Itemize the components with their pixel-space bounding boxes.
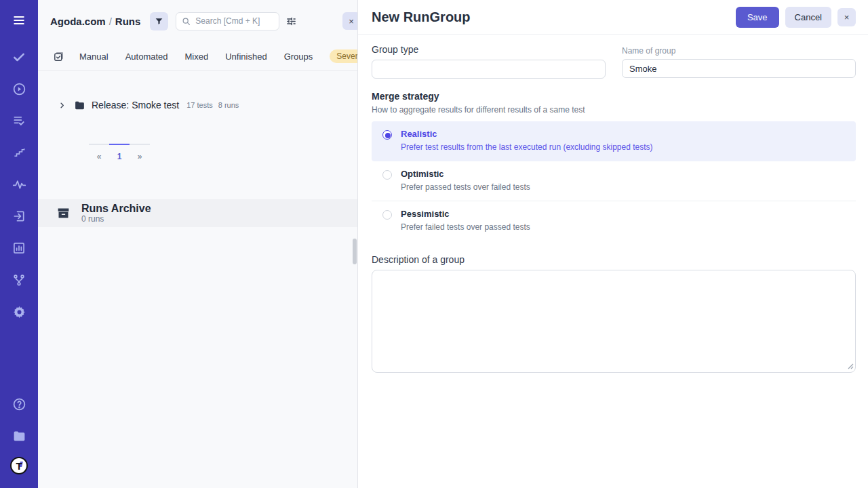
filter-tabs: Manual Automated Mixed Unfinished Groups… [38, 42, 357, 71]
description-textarea[interactable] [372, 270, 856, 373]
option-pessimistic[interactable]: Pessimistic Prefer failed tests over pas… [372, 201, 856, 241]
runs-archive-row[interactable]: Runs Archive 0 runs [38, 199, 357, 227]
gear-icon[interactable] [8, 301, 30, 323]
pagination-page-1[interactable]: 1 [109, 144, 130, 161]
runs-panel: Agoda.com/Runs × Manual [38, 0, 357, 488]
option-realistic-desc: Prefer test results from the last execut… [401, 142, 653, 152]
tab-automated[interactable]: Automated [125, 52, 168, 62]
adjustments-icon[interactable] [285, 16, 297, 27]
tab-unfinished[interactable]: Unfinished [225, 52, 267, 62]
description-label: Description of a group [372, 254, 856, 265]
option-realistic[interactable]: Realistic Prefer test results from the l… [372, 121, 856, 161]
option-optimistic-title: Optimistic [401, 169, 530, 179]
tests-check-icon[interactable] [8, 46, 30, 68]
branch-icon[interactable] [8, 269, 30, 291]
breadcrumb-project[interactable]: Agoda.com [50, 16, 106, 27]
runs-panel-header: Agoda.com/Runs × [38, 0, 357, 42]
logo-letter: T [16, 461, 22, 471]
option-realistic-title: Realistic [401, 129, 653, 139]
import-icon[interactable] [8, 205, 30, 227]
name-of-group-label: Name of group [622, 46, 856, 56]
tab-groups[interactable]: Groups [284, 52, 313, 62]
archive-title: Runs Archive [81, 203, 151, 215]
radio-unchecked-icon[interactable] [382, 210, 392, 220]
plans-list-check-icon[interactable] [8, 110, 30, 131]
merge-strategy-label: Merge strategy [372, 91, 856, 102]
pagination: « 1 » [89, 144, 150, 161]
pagination-next[interactable]: » [130, 144, 150, 161]
panel-close-button[interactable]: × [342, 12, 357, 30]
search-input[interactable] [176, 12, 279, 30]
close-button[interactable]: × [837, 8, 856, 26]
help-icon[interactable] [8, 393, 30, 415]
run-group-runs-count: 8 runs [218, 101, 239, 109]
breadcrumb-separator: / [106, 16, 115, 27]
pulse-icon[interactable] [8, 174, 30, 195]
option-pessimistic-title: Pessimistic [401, 209, 530, 219]
group-type-input[interactable] [372, 60, 606, 79]
new-rungroup-drawer: New RunGroup Save Cancel × Group type Na… [357, 0, 868, 488]
filter-button[interactable] [150, 12, 168, 30]
run-group-name[interactable]: Release: Smoke test [92, 100, 179, 110]
option-optimistic[interactable]: Optimistic Prefer passed tests over fail… [372, 161, 856, 201]
merge-strategy-hint: How to aggregate results for different r… [372, 105, 856, 115]
drawer-body: Group type Name of group Merge strategy … [358, 35, 868, 389]
cancel-button[interactable]: Cancel [785, 7, 831, 28]
breadcrumb-section[interactable]: Runs [115, 16, 141, 27]
drawer-header: New RunGroup Save Cancel × [358, 0, 868, 35]
group-type-label: Group type [372, 44, 606, 55]
bar-chart-icon[interactable] [8, 237, 30, 259]
page-title: New RunGroup [372, 9, 736, 25]
radio-unchecked-icon[interactable] [382, 170, 392, 180]
tab-manual[interactable]: Manual [79, 52, 108, 62]
archive-count: 0 runs [81, 214, 151, 224]
save-button[interactable]: Save [736, 7, 779, 28]
run-group-tests-count: 17 tests [186, 101, 213, 109]
resize-grip-icon[interactable] [847, 360, 854, 372]
projects-folder-icon[interactable] [8, 425, 30, 447]
archive-box-icon [56, 206, 71, 220]
steps-icon[interactable] [8, 142, 30, 163]
chevron-right-icon[interactable] [58, 102, 66, 109]
funnel-icon [155, 17, 163, 26]
merge-strategy-options: Realistic Prefer test results from the l… [372, 121, 856, 241]
tab-mixed[interactable]: Mixed [185, 52, 209, 62]
select-all-icon[interactable] [53, 51, 64, 62]
menu-icon[interactable] [8, 9, 30, 31]
scrollbar-thumb[interactable] [353, 239, 357, 264]
option-optimistic-desc: Prefer passed tests over failed tests [401, 182, 530, 192]
breadcrumb[interactable]: Agoda.com/Runs [50, 16, 140, 27]
app-root: T Agoda.com/Runs × [0, 0, 868, 488]
folder-icon [74, 100, 85, 111]
nav-rail: T [0, 0, 38, 488]
run-group-row[interactable]: Release: Smoke test 17 tests 8 runs [38, 95, 357, 115]
logo-avatar[interactable]: T [10, 457, 28, 474]
radio-checked-icon[interactable] [382, 130, 392, 140]
pagination-prev[interactable]: « [89, 144, 109, 161]
tab-severity-badge[interactable]: Severity [330, 49, 357, 63]
runs-play-circle-icon[interactable] [8, 78, 30, 100]
name-of-group-input[interactable] [622, 59, 856, 78]
option-pessimistic-desc: Prefer failed tests over passed tests [401, 222, 530, 232]
